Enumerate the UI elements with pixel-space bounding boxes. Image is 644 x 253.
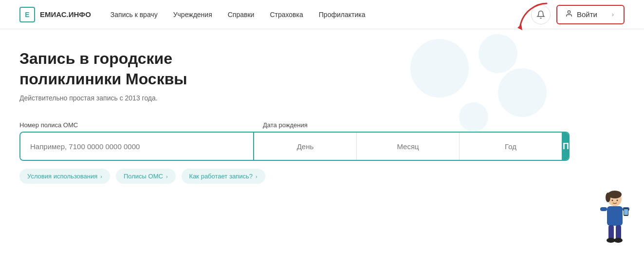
- terms-arrow-icon: ›: [100, 174, 102, 179]
- user-icon: [565, 10, 573, 19]
- nav-item-insurance[interactable]: Страховка: [270, 11, 303, 19]
- nav-item-references[interactable]: Справки: [228, 11, 255, 19]
- logo[interactable]: Е ЕМИАС.ИНФО: [19, 7, 91, 22]
- terms-label: Условия использования: [27, 173, 97, 180]
- svg-point-4: [606, 193, 610, 202]
- svg-point-13: [614, 238, 623, 243]
- decor-circle-2: [478, 34, 517, 73]
- svg-rect-10: [608, 225, 614, 240]
- svg-rect-5: [607, 206, 623, 226]
- year-input[interactable]: [460, 133, 562, 160]
- dob-label: Дата рождения: [263, 121, 308, 129]
- how-works-label: Как работает запись?: [189, 173, 253, 180]
- how-works-link[interactable]: Как работает запись? ›: [182, 169, 265, 184]
- svg-point-15: [617, 200, 618, 201]
- notifications-button[interactable]: [531, 5, 551, 24]
- logo-icon: Е: [19, 7, 35, 22]
- chevron-right-icon: ›: [612, 11, 614, 18]
- svg-rect-9: [624, 209, 628, 215]
- day-input[interactable]: [254, 133, 357, 160]
- decor-circle-1: [410, 39, 469, 97]
- main-content: Запись в городские поликлиники Москвы Де…: [0, 29, 644, 253]
- appointment-form: Номер полиса ОМС Дата рождения Продолжит…: [19, 121, 570, 161]
- character-illustration: [595, 190, 634, 253]
- nav-item-institutions[interactable]: Учреждения: [173, 11, 212, 19]
- oms-label: Номер полиса ОМС: [19, 121, 253, 129]
- svg-rect-11: [616, 225, 621, 240]
- how-works-arrow-icon: ›: [256, 174, 258, 179]
- submit-button[interactable]: Продолжить: [563, 133, 570, 160]
- oms-arrow-icon: ›: [166, 174, 168, 179]
- login-button[interactable]: Войти ›: [556, 5, 625, 24]
- month-input[interactable]: [357, 133, 460, 160]
- header-right: Войти ›: [531, 5, 625, 24]
- oms-input[interactable]: [20, 133, 254, 160]
- site-header: Е ЕМИАС.ИНФО Запись к врачу Учреждения С…: [0, 0, 644, 29]
- nav-item-doctor[interactable]: Запись к врачу: [110, 11, 158, 19]
- terms-link[interactable]: Условия использования ›: [19, 169, 110, 184]
- svg-point-0: [568, 11, 570, 13]
- form-row: Продолжить: [19, 132, 570, 161]
- decor-circle-4: [459, 102, 488, 132]
- decor-circle-3: [498, 68, 547, 117]
- main-nav: Запись к врачу Учреждения Справки Страхо…: [110, 11, 531, 19]
- oms-policy-label: Полисы ОМС: [124, 173, 163, 180]
- dob-group: [254, 133, 563, 160]
- bottom-links: Условия использования › Полисы ОМС › Как…: [19, 169, 625, 184]
- page-title: Запись в городские поликлиники Москвы: [19, 49, 263, 89]
- logo-text: ЕМИАС.ИНФО: [40, 10, 91, 19]
- bell-icon: [536, 10, 545, 19]
- oms-policy-link[interactable]: Полисы ОМС ›: [116, 169, 176, 184]
- svg-marker-1: [517, 24, 522, 30]
- svg-rect-6: [600, 207, 607, 211]
- svg-point-14: [612, 200, 613, 201]
- nav-item-prevention[interactable]: Профилактика: [319, 11, 366, 19]
- login-label: Войти: [577, 10, 597, 19]
